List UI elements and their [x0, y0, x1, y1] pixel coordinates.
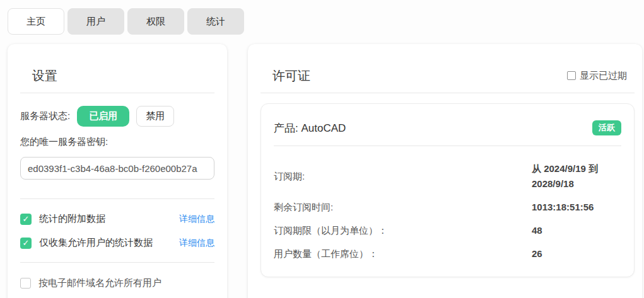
detail-row-user-seats: 用户数量（工作席位）： 26	[274, 246, 621, 261]
details-link[interactable]: 详细信息	[179, 238, 214, 249]
detail-value: 1013:18:51:56	[532, 200, 621, 215]
enabled-button[interactable]: 已启用	[77, 106, 129, 127]
product-name: 产品: AutoCAD	[274, 121, 346, 135]
checkbox-row-allow-by-domain: 按电子邮件域名允许所有用户	[20, 277, 214, 289]
tab-statistics[interactable]: 统计	[187, 8, 244, 35]
settings-panel: 设置 服务器状态: 已启用 禁用 您的唯一服务器密钥: ✓ 统计的附加数据 详细…	[8, 44, 227, 298]
show-expired-label: 显示已过期	[580, 70, 627, 82]
divider	[20, 198, 214, 199]
server-key-label: 您的唯一服务器密钥:	[20, 136, 214, 148]
server-key-input[interactable]	[20, 157, 214, 180]
detail-label: 订阅期:	[274, 170, 532, 183]
checkbox-label: 按电子邮件域名允许所有用户	[38, 277, 161, 289]
server-status-label: 服务器状态:	[20, 110, 70, 122]
details-link[interactable]: 详细信息	[179, 214, 214, 225]
detail-label: 用户数量（工作席位）：	[274, 248, 532, 260]
disable-button[interactable]: 禁用	[136, 106, 174, 127]
checkbox-label: 统计的附加数据	[39, 213, 105, 225]
divider	[20, 93, 214, 93]
detail-label: 订阅期限（以月为单位）：	[274, 224, 532, 237]
tab-permissions[interactable]: 权限	[127, 8, 184, 35]
licenses-title: 许可证	[272, 68, 310, 83]
checkbox-checked-icon[interactable]: ✓	[20, 214, 32, 225]
divider	[20, 262, 214, 263]
detail-value: 26	[532, 246, 621, 261]
server-status-row: 服务器状态: 已启用 禁用	[20, 106, 214, 127]
show-expired-toggle[interactable]: 显示已过期	[567, 70, 627, 82]
divider	[261, 93, 635, 93]
tab-bar: 主页 用户 权限 统计	[8, 8, 244, 35]
tab-users[interactable]: 用户	[67, 8, 124, 35]
settings-title: 设置	[32, 44, 214, 83]
detail-row-term-months: 订阅期限（以月为单位）： 48	[274, 223, 621, 238]
detail-row-subscription-period: 订阅期: 从 2024/9/19 到 2028/9/18	[274, 161, 621, 192]
licenses-panel: 许可证 显示已过期 产品: AutoCAD 活跃 订阅期: 从 2024/9/1…	[248, 44, 642, 298]
checkbox-checked-icon[interactable]: ✓	[20, 238, 32, 249]
license-details: 订阅期: 从 2024/9/19 到 2028/9/18 剩余订阅时间: 101…	[274, 161, 621, 261]
checkbox-unchecked-icon[interactable]	[567, 71, 576, 80]
detail-label: 剩余订阅时间:	[274, 201, 532, 214]
product-row: 产品: AutoCAD 活跃	[274, 104, 621, 135]
licenses-header: 许可证 显示已过期	[261, 44, 635, 83]
checkbox-row-extra-stats: ✓ 统计的附加数据 详细信息	[20, 213, 214, 225]
detail-value: 从 2024/9/19 到 2028/9/18	[532, 161, 621, 192]
detail-row-remaining-time: 剩余订阅时间: 1013:18:51:56	[274, 200, 621, 215]
divider	[274, 146, 621, 146]
status-badge: 活跃	[592, 120, 621, 135]
license-card: 产品: AutoCAD 活跃 订阅期: 从 2024/9/19 到 2028/9…	[261, 103, 635, 277]
checkbox-row-allowed-users-stats: ✓ 仅收集允许用户的统计数据 详细信息	[20, 237, 214, 249]
checkbox-unchecked-icon[interactable]	[20, 278, 31, 289]
tab-home[interactable]: 主页	[8, 8, 64, 35]
detail-value: 48	[532, 223, 621, 238]
checkbox-label: 仅收集允许用户的统计数据	[39, 237, 153, 249]
